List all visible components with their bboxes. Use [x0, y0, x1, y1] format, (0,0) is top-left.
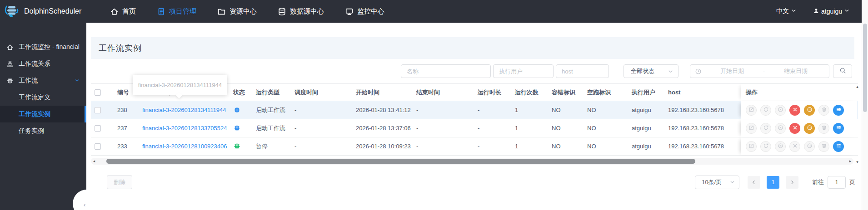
row-checkbox[interactable] — [95, 143, 101, 150]
executor: atguigu — [632, 143, 651, 150]
recover-suspend-button — [775, 105, 786, 116]
table-horizontal-scrollbar[interactable]: ◂ ▸ — [91, 158, 853, 165]
delete-button — [818, 105, 829, 116]
duration-cell: 运行时长 — [474, 84, 511, 101]
page-number-1[interactable]: 1 — [767, 176, 779, 189]
scroll-down-arrow-icon[interactable]: ▾ — [856, 160, 858, 164]
end-date-placeholder[interactable]: 结束日期 — [767, 67, 824, 75]
sidebar: 工作流监控 - financial工作流关系工作流工作流定义工作流实例任务实例 — [0, 23, 86, 210]
stop-button[interactable] — [789, 105, 800, 116]
circle-close-icon — [778, 125, 783, 132]
scroll-right-arrow-icon[interactable]: ▸ — [847, 158, 853, 165]
relation-icon — [6, 60, 14, 68]
schedule-time-cell: - — [291, 119, 352, 137]
name-filter-input[interactable] — [401, 64, 491, 78]
nav-item-monitor[interactable]: 监控中心 — [345, 7, 384, 16]
sidebar-item-label: 工作流定义 — [19, 93, 50, 102]
pause-button[interactable] — [804, 123, 815, 134]
id-cell: 238 — [114, 101, 139, 119]
nav-item-resource[interactable]: 资源中心 — [217, 7, 257, 16]
row-checkbox[interactable] — [95, 125, 101, 132]
dry-run-cell: NO — [584, 101, 628, 119]
workflow-instance-link[interactable]: financial-3-20260128134111944 — [142, 107, 226, 113]
column-header: 执行用户 — [632, 88, 655, 97]
nav-item-datasource[interactable]: 数据源中心 — [278, 7, 324, 16]
page-scroll-thumb[interactable] — [863, 24, 867, 112]
sidebar-item-workflow-instance[interactable]: 工作流实例 — [0, 106, 86, 122]
recover-suspend-button — [775, 141, 786, 152]
sidebar-item-workflow-monitor[interactable]: 工作流监控 - financial — [0, 39, 86, 55]
page-scrollbar[interactable] — [862, 0, 868, 210]
sidebar-item-workflow-relation[interactable]: 工作流关系 — [0, 55, 86, 72]
fault-tolerant-cell: NO — [548, 101, 584, 119]
workflow-instance-link[interactable]: financial-3-20260128133705524 — [142, 125, 227, 132]
sidebar-item-task-instance[interactable]: 任务实例 — [0, 122, 86, 139]
row-checkbox[interactable] — [95, 107, 101, 113]
duration: - — [478, 125, 479, 132]
pause-button[interactable] — [804, 105, 815, 116]
schedule-time-cell: - — [291, 101, 352, 119]
run-count: 1 — [515, 107, 518, 113]
pagination: 10条/页 1 前往 页 — [695, 176, 855, 189]
nav-item-home[interactable]: 首页 — [110, 7, 136, 16]
scroll-up-arrow-icon[interactable]: ▴ — [856, 84, 858, 89]
column-header: 结束时间 — [416, 88, 440, 97]
page-size-select[interactable]: 10条/页 — [695, 176, 739, 189]
trash-icon — [821, 107, 827, 114]
search-button[interactable] — [833, 64, 852, 78]
sidebar-item-workflow-definition[interactable]: 工作流定义 — [0, 89, 86, 106]
chevron-down-icon — [668, 68, 673, 74]
fault-tolerant-cell: 容错标识 — [548, 84, 584, 101]
circle-close-icon — [778, 107, 783, 114]
end-time: - — [416, 143, 418, 150]
select-all-checkbox[interactable] — [95, 89, 101, 96]
table-vertical-scrollbar[interactable]: ▴ ▾ — [854, 84, 860, 164]
navbar-right: 中文 atguigu — [776, 7, 868, 15]
dry-run-flag: NO — [587, 107, 596, 113]
host-value: 192.168.23.160:5678 — [668, 107, 724, 113]
stop-button[interactable] — [789, 123, 800, 134]
end-time-cell: - — [413, 119, 474, 137]
host-filter-input[interactable] — [556, 64, 609, 78]
dolphinscheduler-logo-icon — [4, 3, 20, 20]
column-header: 容错标识 — [552, 88, 575, 97]
instance-id: 238 — [117, 107, 127, 113]
user-menu[interactable]: atguigu — [813, 8, 850, 15]
gantt-button[interactable] — [833, 105, 844, 116]
nav-item-project[interactable]: 项目管理 — [157, 7, 196, 16]
run-type: 启动工作流 — [256, 106, 285, 114]
fault-tolerant-flag: NO — [552, 107, 561, 113]
gantt-button[interactable] — [833, 141, 844, 152]
start-date-placeholder[interactable]: 开始日期 — [703, 67, 761, 75]
start-time: 2026-01-28 13:41:12 — [356, 107, 411, 113]
prev-page-button[interactable] — [748, 176, 760, 189]
start-time-cell: 2026-01-28 10:09:23 — [352, 137, 413, 155]
delete-button — [818, 123, 829, 134]
table-footer: 删除 10条/页 1 前往 页 — [86, 175, 855, 189]
rerun-icon — [763, 125, 769, 132]
end-time-cell: - — [413, 137, 474, 155]
workflow-instance-link[interactable]: financial-3-20260128100923406 — [142, 143, 227, 150]
state-cell — [229, 119, 252, 137]
top-navbar: DolphinScheduler 首页项目管理资源中心数据源中心监控中心 中文 … — [0, 0, 868, 23]
fault-tolerant-cell: NO — [548, 137, 584, 155]
scroll-left-arrow-icon[interactable]: ◂ — [91, 158, 97, 165]
horizontal-scroll-thumb[interactable] — [106, 159, 695, 164]
language-selector[interactable]: 中文 — [776, 7, 797, 15]
gantt-button[interactable] — [833, 123, 844, 134]
column-header: 运行类型 — [256, 88, 279, 97]
trash-icon — [821, 125, 827, 132]
status-filter-select[interactable]: 全部状态 — [624, 64, 678, 78]
chevron-left-icon: ‹ — [84, 201, 85, 208]
delete-button[interactable]: 删除 — [107, 175, 132, 189]
goto-page-input[interactable] — [828, 176, 846, 189]
schedule-time: - — [294, 125, 296, 132]
next-page-button[interactable] — [786, 176, 798, 189]
run-count-cell: 运行次数 — [511, 84, 548, 101]
sidebar-item-workflow[interactable]: 工作流 — [0, 72, 86, 89]
brand[interactable]: DolphinScheduler — [0, 3, 90, 20]
main-nav: 首页项目管理资源中心数据源中心监控中心 — [110, 7, 384, 16]
executor-filter-input[interactable] — [493, 64, 554, 78]
date-range-picker[interactable]: 开始日期 - 结束日期 — [690, 64, 829, 78]
start-time: 2026-01-28 13:37:06 — [356, 125, 411, 132]
